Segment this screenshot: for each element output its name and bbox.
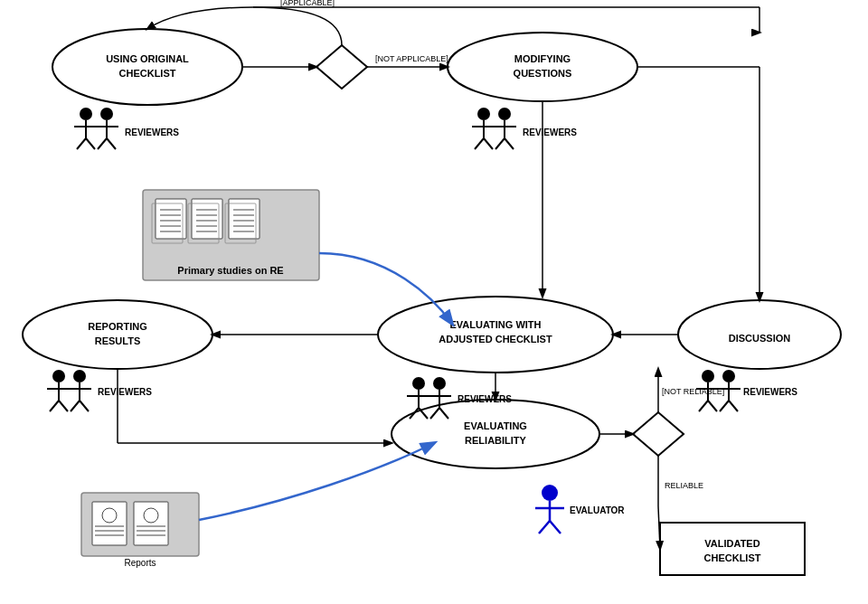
reports-label: Reports bbox=[124, 558, 156, 568]
svg-line-33 bbox=[107, 138, 116, 149]
primary-studies-label: Primary studies on RE bbox=[177, 265, 283, 276]
evaluating-adjusted-label: EVALUATING WITH bbox=[449, 319, 541, 330]
using-original-checklist-label: USING ORIGINAL bbox=[106, 53, 189, 64]
svg-line-69 bbox=[550, 521, 561, 533]
svg-line-56 bbox=[71, 401, 80, 411]
evaluating-reliability-label: EVALUATING bbox=[464, 420, 527, 431]
doc-icon-3 bbox=[229, 199, 259, 239]
modifying-questions-label2: QUESTIONS bbox=[514, 68, 572, 79]
applicable-label: [APPLICABLE] bbox=[280, 0, 335, 7]
reviewer-icon-1a bbox=[80, 108, 92, 120]
svg-line-29 bbox=[86, 138, 95, 149]
reporting-results-label2: RESULTS bbox=[95, 335, 141, 346]
reviewer-icon-4b bbox=[73, 370, 86, 382]
flowchart-diagram: USING ORIGINAL CHECKLIST MODIFYING QUEST… bbox=[0, 0, 868, 604]
doc-icon-1 bbox=[156, 199, 186, 239]
svg-line-65 bbox=[729, 401, 738, 411]
decision-diamond-bottom bbox=[633, 412, 684, 456]
reviewer-icon-1b bbox=[100, 108, 113, 120]
svg-line-28 bbox=[77, 138, 86, 149]
not-applicable-label: [NOT APPLICABLE] bbox=[375, 54, 448, 63]
svg-line-53 bbox=[59, 401, 68, 411]
evaluating-adjusted-label2: ADJUSTED CHECKLIST bbox=[439, 334, 552, 344]
reviewers-label-2: REVIEWERS bbox=[523, 127, 577, 137]
discussion-label: DISCUSSION bbox=[729, 333, 791, 344]
reviewer-icon-5b bbox=[722, 370, 735, 382]
validated-checklist-node bbox=[660, 523, 805, 575]
svg-line-61 bbox=[708, 401, 717, 411]
evaluator-label: EVALUATOR bbox=[570, 505, 625, 515]
reviewer-icon-2b bbox=[498, 108, 511, 120]
evaluating-reliability-label2: RELIABILITY bbox=[465, 435, 526, 446]
reviewers-label-1: REVIEWERS bbox=[125, 127, 179, 137]
svg-line-57 bbox=[80, 401, 89, 411]
svg-line-36 bbox=[475, 138, 484, 149]
svg-line-52 bbox=[50, 401, 59, 411]
svg-line-84 bbox=[658, 506, 660, 549]
decision-diamond-top bbox=[316, 45, 367, 89]
svg-line-37 bbox=[484, 138, 493, 149]
not-reliable-label: [NOT RELIABLE] bbox=[662, 387, 724, 396]
validated-checklist-label2: CHECKLIST bbox=[704, 552, 761, 563]
using-original-checklist-label2: CHECKLIST bbox=[119, 68, 176, 79]
modifying-questions-label: MODIFYING bbox=[514, 53, 571, 64]
doc-icon-2 bbox=[192, 199, 222, 239]
reliable-label: RELIABLE bbox=[665, 481, 703, 490]
reviewer-icon-3a bbox=[412, 377, 425, 390]
evaluator-icon bbox=[542, 485, 558, 501]
validated-checklist-label: VALIDATED bbox=[704, 538, 760, 549]
reporting-results-label: REPORTING bbox=[88, 321, 146, 332]
reviewers-label-3: REVIEWERS bbox=[458, 394, 512, 404]
reviewer-icon-2a bbox=[477, 108, 490, 120]
reviewer-icon-3b bbox=[433, 377, 446, 390]
svg-line-32 bbox=[98, 138, 107, 149]
reviewer-icon-5a bbox=[702, 370, 714, 382]
svg-line-60 bbox=[699, 401, 708, 411]
reviewers-label-5: REVIEWERS bbox=[743, 387, 797, 397]
reviewer-icon-4a bbox=[52, 370, 65, 382]
reviewers-label-4: REVIEWERS bbox=[98, 387, 152, 397]
svg-line-41 bbox=[505, 138, 514, 149]
svg-line-68 bbox=[539, 521, 550, 533]
svg-line-40 bbox=[495, 138, 505, 149]
svg-line-64 bbox=[720, 401, 729, 411]
